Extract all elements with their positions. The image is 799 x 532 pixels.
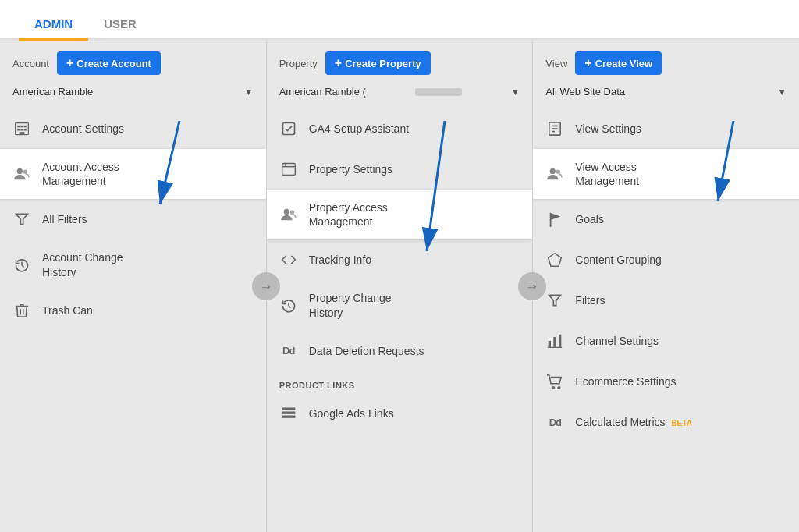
create-account-button[interactable]: + Create Account (57, 51, 161, 75)
check-icon (279, 119, 298, 138)
svg-rect-23 (282, 407, 295, 410)
beta-badge: BETA (671, 419, 691, 427)
property-dropdown-arrow: ▼ (510, 87, 520, 98)
view-label: View (545, 58, 567, 69)
building-icon (12, 119, 31, 138)
plus-icon: + (66, 56, 73, 70)
svg-rect-7 (20, 132, 25, 134)
channel-settings-label: Channel Settings (575, 334, 659, 348)
channel-settings-item[interactable]: Channel Settings (533, 321, 799, 361)
google-ads-links-label: Google Ads Links (309, 406, 394, 420)
view-access-management-item[interactable]: View AccessManagement (533, 149, 799, 199)
create-view-label: Create View (595, 58, 652, 69)
calculated-metrics-label: Calculated Metrics BETA (575, 415, 692, 429)
content-grouping-label: Content Grouping (575, 253, 662, 267)
account-settings-item[interactable]: Account Settings (0, 108, 266, 149)
property-access-management-item[interactable]: Property AccessManagement (267, 190, 533, 239)
account-settings-label: Account Settings (42, 122, 124, 136)
chart-icon (545, 332, 564, 350)
account-change-history-label: Account ChangeHistory (42, 250, 123, 278)
create-property-button[interactable]: + Create Property (325, 51, 431, 75)
svg-rect-4 (17, 129, 20, 131)
account-selector[interactable]: American Ramble ▼ (0, 81, 266, 105)
code-icon (279, 250, 298, 269)
account-change-history-item[interactable]: Account ChangeHistory (0, 239, 266, 289)
property-header: Property + Create Property (267, 41, 533, 81)
property-change-history-item[interactable]: Property ChangeHistory (267, 280, 533, 330)
product-links-section: PRODUCT LINKS (267, 371, 533, 393)
tracking-info-label: Tracking Info (309, 253, 371, 267)
filters-item[interactable]: Filters (533, 280, 799, 321)
property-settings-item[interactable]: Property Settings (267, 149, 533, 190)
flag-icon (545, 210, 564, 229)
svg-line-22 (289, 306, 291, 308)
plus-icon-2: + (335, 56, 342, 70)
svg-marker-35 (549, 296, 561, 306)
account-label: Account (12, 58, 49, 69)
property-column: Property + Create Property American Ramb… (267, 41, 534, 532)
window-icon (279, 160, 298, 179)
property-change-history-label: Property ChangeHistory (309, 291, 392, 319)
svg-rect-1 (17, 126, 20, 128)
trash-can-item[interactable]: Trash Can (0, 290, 266, 331)
view-settings-label: View Settings (575, 122, 641, 136)
svg-marker-10 (16, 215, 28, 225)
all-filters-item[interactable]: All Filters (0, 199, 266, 239)
svg-rect-2 (20, 126, 23, 128)
property-selector[interactable]: American Ramble ( ▼ (267, 81, 533, 105)
account-access-management-item[interactable]: Account AccessManagement (0, 149, 266, 199)
view-selector[interactable]: All Web Site Data ▼ (533, 81, 799, 105)
view-access-management-label: View AccessManagement (575, 160, 639, 188)
data-deletion-item[interactable]: Dd Data Deletion Requests (267, 331, 533, 371)
goals-label: Goals (575, 212, 604, 226)
view-dropdown-arrow: ▼ (777, 87, 787, 98)
tracking-info-item[interactable]: Tracking Info (267, 239, 533, 280)
diamond-icon (545, 250, 564, 269)
filter-icon-2 (545, 291, 564, 310)
data-deletion-label: Data Deletion Requests (309, 344, 424, 358)
plus-icon-3: + (584, 56, 591, 70)
history-icon (12, 256, 31, 275)
dd-icon-2: Dd (545, 413, 564, 431)
svg-rect-16 (282, 164, 295, 176)
svg-point-30 (550, 168, 556, 174)
google-ads-links-item[interactable]: Google Ads Links (267, 393, 533, 434)
svg-marker-33 (551, 213, 561, 220)
calculated-metrics-item[interactable]: Dd Calculated Metrics BETA (533, 402, 799, 442)
svg-rect-24 (282, 411, 295, 413)
create-view-button[interactable]: + Create View (575, 51, 662, 75)
svg-line-12 (22, 265, 24, 268)
svg-point-41 (558, 387, 560, 389)
view-column: View + Create View All Web Site Data ▼ V… (533, 41, 799, 532)
property-selector-value: American Ramble ( (279, 86, 366, 98)
ecommerce-settings-item[interactable]: Ecommerce Settings (533, 361, 799, 402)
svg-rect-36 (549, 341, 551, 347)
people-icon (12, 165, 31, 183)
grid-icon (279, 404, 298, 423)
svg-rect-6 (24, 129, 27, 131)
property-access-management-label: Property AccessManagement (309, 200, 388, 229)
dd-icon: Dd (279, 342, 298, 360)
svg-point-31 (556, 170, 560, 174)
property-settings-label: Property Settings (309, 162, 392, 176)
svg-rect-37 (554, 337, 556, 347)
view-settings-item[interactable]: View Settings (533, 108, 799, 149)
content-grouping-item[interactable]: Content Grouping (533, 239, 799, 280)
svg-rect-5 (20, 129, 23, 131)
svg-point-19 (283, 209, 289, 215)
tab-admin[interactable]: ADMIN (19, 6, 88, 41)
goals-item[interactable]: Goals (533, 199, 799, 239)
property-menu-list: GA4 Setup Assistant Property Settings Pr… (267, 105, 533, 532)
svg-point-8 (17, 168, 23, 174)
tab-user[interactable]: USER (88, 6, 152, 41)
svg-rect-38 (559, 335, 561, 348)
view-menu-list: View Settings View AccessManagement Goal… (533, 105, 799, 532)
svg-point-9 (23, 170, 27, 174)
create-property-label: Create Property (345, 58, 421, 69)
ga4-setup-item[interactable]: GA4 Setup Assistant (267, 108, 533, 149)
all-filters-label: All Filters (42, 212, 87, 226)
ga4-setup-label: GA4 Setup Assistant (309, 122, 409, 136)
svg-marker-34 (549, 254, 562, 267)
main-content: Account + Create Account American Ramble… (0, 41, 799, 532)
create-account-label: Create Account (76, 58, 151, 69)
